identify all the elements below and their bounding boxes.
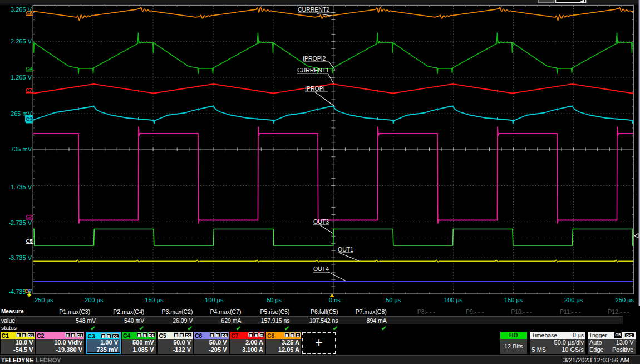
svg-text:C5: C5 xyxy=(26,238,33,244)
svg-text:C2: C2 xyxy=(26,213,33,219)
svg-text:CURRENT2: CURRENT2 xyxy=(298,6,329,13)
svg-text:-250 µs: -250 µs xyxy=(33,297,53,303)
svg-text:-50 µs: -50 µs xyxy=(265,297,282,303)
svg-text:-2.735 V: -2.735 V xyxy=(8,219,32,226)
svg-text:-100 µs: -100 µs xyxy=(203,297,224,303)
svg-text:OUT4: OUT4 xyxy=(313,265,329,272)
svg-text:C8: C8 xyxy=(26,9,33,16)
svg-text:-735 mV: -735 mV xyxy=(8,146,32,153)
svg-text:50 µs: 50 µs xyxy=(386,297,401,303)
svg-text:200 µs: 200 µs xyxy=(564,297,583,303)
svg-text:2.265 V: 2.265 V xyxy=(11,38,32,45)
svg-text:250 µs: 250 µs xyxy=(616,297,634,303)
svg-text:-3.735 V: -3.735 V xyxy=(8,254,32,261)
svg-text:1.265 V: 1.265 V xyxy=(11,74,32,81)
svg-text:-200 µs: -200 µs xyxy=(83,297,104,303)
svg-text:CURRENT1: CURRENT1 xyxy=(297,67,329,73)
svg-text:-150 µs: -150 µs xyxy=(143,297,164,303)
svg-text:0 ns: 0 ns xyxy=(329,297,341,303)
svg-text:OUT3: OUT3 xyxy=(313,218,329,225)
svg-text:-1.735 V: -1.735 V xyxy=(8,184,32,190)
svg-text:C7: C7 xyxy=(26,87,32,93)
svg-text:IPROPI2: IPROPI2 xyxy=(303,55,326,62)
svg-text:150 µs: 150 µs xyxy=(504,297,523,303)
svg-text:C6: C6 xyxy=(24,288,31,294)
svg-text:OUT1: OUT1 xyxy=(338,246,353,253)
svg-text:100 µs: 100 µs xyxy=(444,297,463,303)
svg-text:C4: C4 xyxy=(26,65,33,71)
svg-text:C3: C3 xyxy=(26,116,33,122)
svg-text:IPROPI: IPROPI xyxy=(305,85,325,92)
